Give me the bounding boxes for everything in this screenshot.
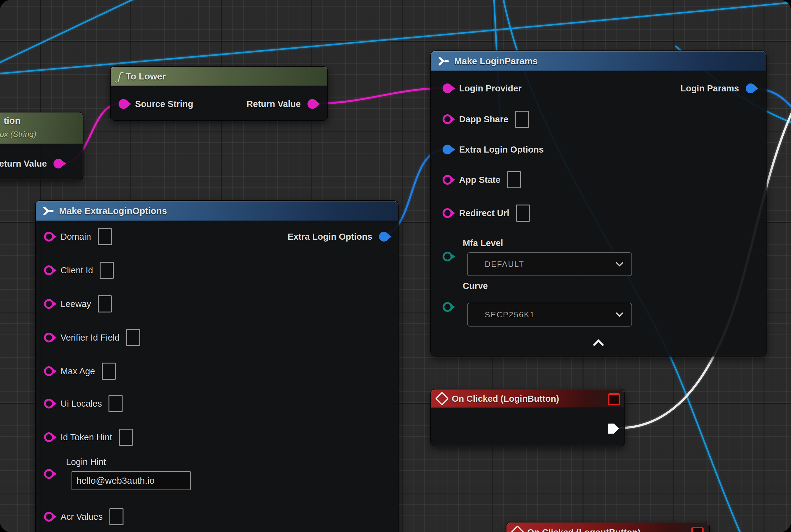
to-lower-return-value-pin[interactable] (307, 99, 317, 109)
node-make-login-params[interactable]: Make LoginParams Login Params Login Prov… (430, 51, 767, 357)
leeway-checkbox[interactable] (98, 296, 112, 312)
chevron-down-icon (616, 262, 623, 267)
extra-login-options-input-label: Extra Login Options (459, 145, 544, 155)
textblock-return-value-label: eturn Value (0, 159, 47, 169)
ui-locales-pin[interactable] (44, 399, 54, 408)
client-id-label: Client Id (60, 265, 93, 276)
make-struct-icon (437, 56, 449, 66)
node-on-clicked-login-button[interactable]: On Clicked (LoginButton) (430, 389, 625, 446)
login-provider-label: Login Provider (459, 83, 522, 94)
node-to-lower[interactable]: ƒ To Lower Source String Return Value (110, 66, 328, 121)
wire-cyan-topleft-steep[interactable] (0, 0, 137, 63)
node-textblock-title: tion (4, 116, 20, 126)
extra-login-options-output-label: Extra Login Options (288, 232, 372, 242)
curve-dropdown[interactable]: SECP256K1 (467, 303, 632, 326)
redirect-url-checkbox[interactable] (516, 205, 530, 222)
extra-login-options-output-pin[interactable] (379, 232, 389, 242)
dapp-share-label: Dapp Share (459, 114, 508, 125)
to-lower-return-value-label: Return Value (247, 99, 301, 109)
node-on-clicked-logout-header[interactable]: On Clicked (LogoutButton) (506, 522, 709, 532)
node-make-login-params-title: Make LoginParams (454, 56, 538, 66)
login-params-output-pin[interactable] (746, 83, 755, 93)
max-age-pin[interactable] (44, 366, 54, 376)
client-id-checkbox[interactable] (100, 262, 114, 279)
mfa-level-label: Mfa Level (463, 238, 503, 248)
node-textblock-header[interactable]: tion ox (String) (0, 113, 83, 144)
dapp-share-checkbox[interactable] (515, 111, 529, 128)
pure-function-icon: ƒ (117, 70, 121, 83)
event-diamond-icon (435, 392, 449, 405)
delegate-output-pin[interactable] (608, 393, 620, 405)
acr-values-pin[interactable] (44, 512, 54, 521)
chevron-up-icon (592, 339, 604, 347)
mfa-level-value: DEFAULT (485, 260, 524, 269)
leeway-label: Leeway (60, 299, 91, 309)
curve-pin[interactable] (443, 302, 452, 312)
node-make-extra-header[interactable]: Make ExtraLoginOptions (36, 201, 398, 221)
node-on-clicked-logout-title: On Clicked (LogoutButton) (527, 527, 641, 532)
node-make-login-params-header[interactable]: Make LoginParams (431, 51, 766, 71)
blueprint-canvas[interactable]: tion ox (String) eturn Value ƒ To Lower … (0, 0, 791, 532)
collapse-advanced-pins-button[interactable] (591, 338, 606, 348)
mfa-level-dropdown[interactable]: DEFAULT (467, 252, 632, 276)
verifier-id-field-checkbox[interactable] (126, 329, 140, 346)
max-age-checkbox[interactable] (102, 363, 116, 380)
wire-return-to-login-provider[interactable] (309, 88, 446, 103)
acr-values-label: Acr Values (60, 512, 103, 522)
max-age-label: Max Age (60, 366, 95, 376)
acr-values-checkbox[interactable] (110, 508, 123, 525)
leeway-pin[interactable] (44, 299, 54, 309)
ui-locales-label: Ui Locales (60, 399, 102, 409)
node-on-clicked-login-header[interactable]: On Clicked (LoginButton) (431, 390, 624, 408)
domain-label: Domain (60, 232, 91, 242)
make-struct-icon (42, 206, 54, 216)
node-to-lower-header[interactable]: ƒ To Lower (111, 66, 327, 86)
node-to-lower-title: To Lower (126, 71, 166, 82)
source-string-label: Source String (135, 99, 193, 109)
curve-label: Curve (463, 281, 488, 291)
verifier-id-field-pin[interactable] (44, 332, 54, 342)
id-token-hint-checkbox[interactable] (119, 429, 133, 446)
extra-login-options-input-pin[interactable] (443, 145, 452, 154)
textblock-return-value-pin[interactable] (54, 159, 63, 169)
exec-output-pin[interactable] (607, 422, 619, 435)
login-hint-label: Login Hint (66, 457, 106, 467)
domain-checkbox[interactable] (98, 228, 112, 245)
delegate-output-pin[interactable] (691, 527, 703, 532)
node-make-extra-title: Make ExtraLoginOptions (59, 206, 167, 216)
event-diamond-icon (510, 525, 524, 532)
login-hint-input[interactable] (72, 471, 191, 490)
login-params-output-label: Login Params (680, 83, 739, 94)
app-state-checkbox[interactable] (507, 171, 521, 188)
ui-locales-checkbox[interactable] (109, 395, 122, 412)
node-on-clicked-login-title: On Clicked (LoginButton) (452, 394, 559, 404)
chevron-down-icon (616, 312, 623, 317)
redirect-url-label: Redirect Url (459, 208, 509, 218)
verifier-id-field-label: Verifier Id Field (60, 332, 119, 343)
node-on-clicked-logout-button[interactable]: On Clicked (LogoutButton) (506, 522, 710, 532)
mfa-level-pin[interactable] (443, 252, 452, 261)
dapp-share-pin[interactable] (443, 114, 452, 124)
curve-value: SECP256K1 (485, 310, 535, 320)
node-make-extra-login-options[interactable]: Make ExtraLoginOptions Extra Login Optio… (35, 200, 399, 532)
redirect-url-pin[interactable] (443, 208, 452, 218)
source-string-pin[interactable] (119, 99, 128, 109)
login-hint-pin[interactable] (44, 469, 54, 479)
domain-pin[interactable] (44, 232, 54, 242)
node-textblock-partial[interactable]: tion ox (String) eturn Value (0, 112, 83, 180)
app-state-pin[interactable] (443, 175, 452, 185)
id-token-hint-label: Id Token Hint (60, 432, 112, 442)
client-id-pin[interactable] (44, 265, 54, 275)
id-token-hint-pin[interactable] (44, 432, 54, 442)
app-state-label: App State (459, 175, 500, 185)
node-textblock-subtitle: ox (String) (0, 130, 36, 139)
login-provider-pin[interactable] (443, 83, 452, 93)
